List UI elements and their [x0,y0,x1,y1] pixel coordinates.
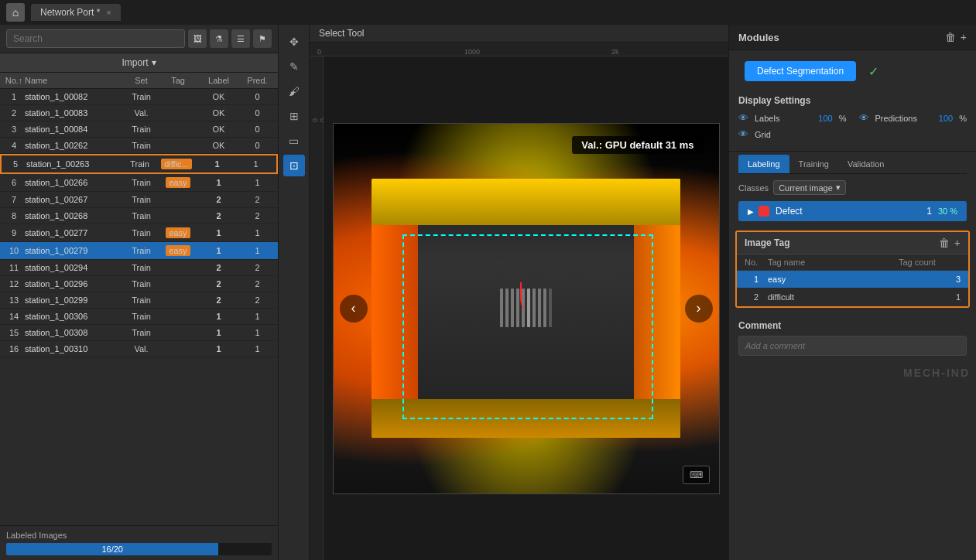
row-no: 10 [3,246,25,255]
class-color-defect [759,206,769,217]
table-row[interactable]: 6station_1_00266Traineasy11 [0,174,278,192]
col-set: Set [124,76,159,85]
home-button[interactable]: ⌂ [6,3,25,22]
table-row[interactable]: 8station_1_00268Train22 [0,208,278,224]
table-row[interactable]: 12station_1_00296Train22 [0,276,278,292]
edit-tool-button[interactable]: ✎ [283,56,305,77]
progress-fill: 16/20 [6,543,218,555]
labeled-images-label: Labeled Images [6,531,272,540]
tag-name-1: easy [768,275,899,284]
titlebar-tab[interactable]: Network Port * × [31,4,121,21]
row-set: Train [124,141,159,150]
tag-row-difficult[interactable]: 2 difficult 1 [737,289,968,306]
labels-pct-sign: % [839,114,847,123]
row-name: station_1_00263 [26,159,122,169]
delete-tag-button[interactable]: 🗑 [939,237,950,249]
horizontal-ruler: 0 1000 2k [310,43,728,56]
row-label: OK [197,92,240,101]
defect-segmentation-button[interactable]: Defect Segmentation [745,61,856,81]
close-icon[interactable]: × [106,8,111,17]
tag-col-no: No. [745,258,768,267]
list-button[interactable]: ☰ [231,29,250,48]
class-pct-defect: 30 % [938,207,957,216]
add-module-button[interactable]: + [961,31,967,43]
row-pred: 1 [240,312,275,321]
classes-row: Classes Current image ▾ [729,174,976,201]
row-label: OK [197,125,240,134]
filter-button[interactable]: ⚗ [210,29,228,48]
row-pred: 2 [240,211,275,220]
tab-training[interactable]: Training [789,155,838,173]
select-tool-label: Select Tool [319,28,364,39]
row-name: station_1_00294 [25,263,124,272]
comment-input[interactable] [738,336,967,356]
image-tag-title: Image Tag [745,237,789,248]
table-row[interactable]: 10station_1_00279Traineasy11 [0,242,278,260]
row-set: Train [124,178,159,187]
prev-image-button[interactable]: ‹ [340,295,368,323]
table-row[interactable]: 4station_1_00262TrainOK0 [0,138,278,154]
table-header: No.↑ Name Set Tag Label Pred. [0,73,278,89]
tab-labeling[interactable]: Labeling [738,155,789,173]
table-row[interactable]: 13station_1_00299Train22 [0,292,278,309]
next-image-button[interactable]: › [685,295,713,323]
row-no: 15 [3,328,25,337]
row-pred: 0 [240,92,275,101]
table-row[interactable]: 9station_1_00277Traineasy11 [0,224,278,242]
row-pred: 1 [238,159,273,169]
confirm-button[interactable]: ✓ [868,64,878,79]
row-no: 16 [3,344,25,353]
row-pred: 1 [240,344,275,353]
eye-icon-labels: 👁 [738,112,748,124]
comment-section: Comment [729,314,976,362]
flag-button[interactable]: ⚑ [253,29,272,48]
row-no: 13 [3,295,25,305]
table-row[interactable]: 7station_1_00267Train22 [0,192,278,208]
pan-tool-button[interactable]: ✥ [283,31,305,53]
classes-dropdown[interactable]: Current image ▾ [773,180,846,195]
row-set: Train [122,159,157,169]
brush-tool-button[interactable]: 🖌 [283,80,305,102]
watermark-area: MECH-IND [729,362,976,385]
ruler-marks: 0 1000 2k [310,43,728,56]
tabs-row: Labeling Training Validation [738,155,967,174]
class-item-defect[interactable]: ▶ Defect 1 30 % [738,201,967,221]
dropdown-arrow: ▾ [836,183,841,193]
grid-tool-button[interactable]: ⊞ [283,105,305,127]
predictions-pct-sign: % [959,114,967,123]
select-region-tool-button[interactable]: ⊡ [283,155,305,176]
module-row: Defect Segmentation ✓ [729,50,976,89]
row-tag: easy [159,177,197,188]
row-name: station_1_00299 [25,295,124,305]
table-row[interactable]: 1station_1_00082TrainOK0 [0,89,278,105]
labels-label: Labels [755,114,812,123]
expand-icon: ▶ [748,207,754,216]
tag-row-easy[interactable]: 1 easy 3 [737,271,968,289]
keyboard-icon[interactable]: ⌨ [683,466,710,484]
titlebar: ⌂ Network Port * × [0,0,976,25]
col-name: Name [25,76,124,85]
import-bar[interactable]: Import ▾ [0,53,278,73]
row-label: 2 [197,195,240,204]
delete-module-button[interactable]: 🗑 [945,31,956,43]
vertical-ruler: 1000 [310,56,324,560]
row-tag: easy [159,227,197,238]
labels-pct: 100 [818,114,832,123]
table-row[interactable]: 16station_1_00310Val.11 [0,341,278,357]
row-label: 1 [197,228,240,237]
add-tag-button[interactable]: + [954,237,961,249]
table-row[interactable]: 3station_1_00084TrainOK0 [0,121,278,138]
table-row[interactable]: 15station_1_00308Train11 [0,325,278,341]
row-label: 2 [197,279,240,289]
tab-validation[interactable]: Validation [838,155,894,173]
table-row[interactable]: 5station_1_00263Traindiffic...11 [0,154,278,174]
image-search-button[interactable]: 🖼 [188,29,207,48]
search-input[interactable] [6,29,185,48]
table-row[interactable]: 14station_1_00306Train11 [0,309,278,325]
canvas-toolbar: Select Tool [310,25,728,43]
canvas-content: Val.: GPU default 31 ms ‹ › ⌨ [324,56,728,560]
rect-tool-button[interactable]: ▭ [283,130,305,152]
table-row[interactable]: 11station_1_00294Train22 [0,260,278,276]
image-placeholder [334,124,719,493]
table-row[interactable]: 2station_1_00083Val.OK0 [0,105,278,121]
